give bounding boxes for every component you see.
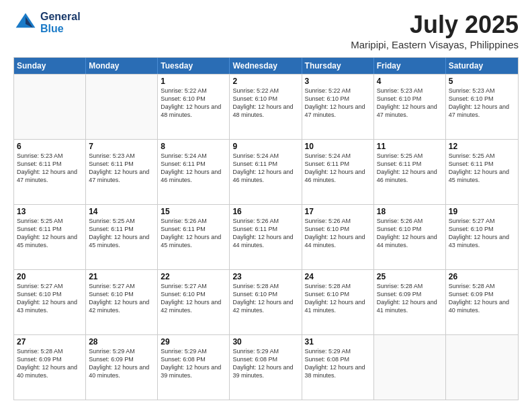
day-info: Sunrise: 5:24 AM Sunset: 6:11 PM Dayligh… xyxy=(305,152,371,185)
logo-text: General Blue xyxy=(40,11,81,34)
day-number: 21 xyxy=(89,272,154,281)
day-number: 10 xyxy=(305,142,371,151)
day-info: Sunrise: 5:27 AM Sunset: 6:10 PM Dayligh… xyxy=(449,217,515,250)
calendar-cell: 12Sunrise: 5:25 AM Sunset: 6:11 PM Dayli… xyxy=(446,140,518,204)
calendar-cell: 26Sunrise: 5:28 AM Sunset: 6:09 PM Dayli… xyxy=(446,270,518,334)
day-info: Sunrise: 5:25 AM Sunset: 6:11 PM Dayligh… xyxy=(449,152,515,185)
day-number: 20 xyxy=(17,272,83,281)
calendar-cell: 10Sunrise: 5:24 AM Sunset: 6:11 PM Dayli… xyxy=(302,140,374,204)
calendar-cell: 4Sunrise: 5:23 AM Sunset: 6:10 PM Daylig… xyxy=(374,75,446,139)
calendar-cell: 29Sunrise: 5:29 AM Sunset: 6:08 PM Dayli… xyxy=(158,335,230,400)
main-title: July 2025 xyxy=(351,11,519,39)
day-number: 12 xyxy=(449,142,515,151)
calendar: SundayMondayTuesdayWednesdayThursdayFrid… xyxy=(13,57,519,400)
day-number: 9 xyxy=(232,142,298,151)
day-info: Sunrise: 5:24 AM Sunset: 6:11 PM Dayligh… xyxy=(161,152,226,185)
day-number: 23 xyxy=(232,272,298,281)
day-info: Sunrise: 5:27 AM Sunset: 6:10 PM Dayligh… xyxy=(161,282,226,315)
day-info: Sunrise: 5:28 AM Sunset: 6:09 PM Dayligh… xyxy=(449,282,515,315)
weekday-header: Tuesday xyxy=(158,58,230,74)
calendar-cell: 17Sunrise: 5:26 AM Sunset: 6:10 PM Dayli… xyxy=(302,205,374,269)
day-info: Sunrise: 5:28 AM Sunset: 6:10 PM Dayligh… xyxy=(232,282,298,315)
weekday-header: Saturday xyxy=(446,58,518,74)
day-number: 26 xyxy=(449,272,515,281)
day-info: Sunrise: 5:29 AM Sunset: 6:08 PM Dayligh… xyxy=(232,347,298,380)
day-info: Sunrise: 5:23 AM Sunset: 6:11 PM Dayligh… xyxy=(89,152,154,185)
calendar-cell: 31Sunrise: 5:29 AM Sunset: 6:08 PM Dayli… xyxy=(302,335,374,400)
calendar-cell: 19Sunrise: 5:27 AM Sunset: 6:10 PM Dayli… xyxy=(446,205,518,269)
day-number: 6 xyxy=(17,142,83,151)
calendar-cell xyxy=(14,75,86,139)
calendar-cell: 24Sunrise: 5:28 AM Sunset: 6:10 PM Dayli… xyxy=(302,270,374,334)
day-number: 11 xyxy=(377,142,443,151)
calendar-cell: 9Sunrise: 5:24 AM Sunset: 6:11 PM Daylig… xyxy=(230,140,302,204)
calendar-cell: 20Sunrise: 5:27 AM Sunset: 6:10 PM Dayli… xyxy=(14,270,86,334)
logo-icon xyxy=(13,11,38,35)
day-number: 22 xyxy=(161,272,226,281)
day-info: Sunrise: 5:27 AM Sunset: 6:10 PM Dayligh… xyxy=(17,282,83,315)
calendar-cell: 7Sunrise: 5:23 AM Sunset: 6:11 PM Daylig… xyxy=(86,140,158,204)
logo: General Blue xyxy=(13,11,81,35)
header: General Blue July 2025 Maripipi, Eastern… xyxy=(13,11,519,50)
day-number: 7 xyxy=(89,142,154,151)
calendar-row: 6Sunrise: 5:23 AM Sunset: 6:11 PM Daylig… xyxy=(14,139,518,204)
day-number: 25 xyxy=(377,272,443,281)
calendar-cell xyxy=(86,75,158,139)
calendar-cell: 3Sunrise: 5:22 AM Sunset: 6:10 PM Daylig… xyxy=(302,75,374,139)
day-number: 24 xyxy=(305,272,371,281)
title-block: July 2025 Maripipi, Eastern Visayas, Phi… xyxy=(351,11,519,50)
calendar-cell: 5Sunrise: 5:23 AM Sunset: 6:10 PM Daylig… xyxy=(446,75,518,139)
calendar-cell: 28Sunrise: 5:29 AM Sunset: 6:09 PM Dayli… xyxy=(86,335,158,400)
day-info: Sunrise: 5:26 AM Sunset: 6:11 PM Dayligh… xyxy=(161,217,226,250)
day-info: Sunrise: 5:27 AM Sunset: 6:10 PM Dayligh… xyxy=(89,282,154,315)
calendar-body: 1Sunrise: 5:22 AM Sunset: 6:10 PM Daylig… xyxy=(14,74,518,400)
day-info: Sunrise: 5:26 AM Sunset: 6:10 PM Dayligh… xyxy=(377,217,443,250)
calendar-cell: 13Sunrise: 5:25 AM Sunset: 6:11 PM Dayli… xyxy=(14,205,86,269)
day-number: 31 xyxy=(305,337,371,347)
day-info: Sunrise: 5:22 AM Sunset: 6:10 PM Dayligh… xyxy=(305,87,371,120)
day-info: Sunrise: 5:28 AM Sunset: 6:10 PM Dayligh… xyxy=(305,282,371,315)
weekday-header: Monday xyxy=(86,58,158,74)
calendar-cell: 23Sunrise: 5:28 AM Sunset: 6:10 PM Dayli… xyxy=(230,270,302,334)
calendar-header: SundayMondayTuesdayWednesdayThursdayFrid… xyxy=(14,58,518,74)
day-info: Sunrise: 5:25 AM Sunset: 6:11 PM Dayligh… xyxy=(377,152,443,185)
day-info: Sunrise: 5:22 AM Sunset: 6:10 PM Dayligh… xyxy=(161,87,226,120)
day-info: Sunrise: 5:29 AM Sunset: 6:08 PM Dayligh… xyxy=(305,347,371,380)
day-info: Sunrise: 5:26 AM Sunset: 6:11 PM Dayligh… xyxy=(232,217,298,250)
calendar-row: 27Sunrise: 5:28 AM Sunset: 6:09 PM Dayli… xyxy=(14,334,518,400)
calendar-cell: 2Sunrise: 5:22 AM Sunset: 6:10 PM Daylig… xyxy=(230,75,302,139)
calendar-cell: 8Sunrise: 5:24 AM Sunset: 6:11 PM Daylig… xyxy=(158,140,230,204)
day-number: 30 xyxy=(232,337,298,347)
day-number: 18 xyxy=(377,207,443,216)
calendar-cell: 22Sunrise: 5:27 AM Sunset: 6:10 PM Dayli… xyxy=(158,270,230,334)
day-info: Sunrise: 5:26 AM Sunset: 6:10 PM Dayligh… xyxy=(305,217,371,250)
calendar-cell: 21Sunrise: 5:27 AM Sunset: 6:10 PM Dayli… xyxy=(86,270,158,334)
day-number: 27 xyxy=(17,337,83,347)
day-number: 15 xyxy=(161,207,226,216)
calendar-cell: 6Sunrise: 5:23 AM Sunset: 6:11 PM Daylig… xyxy=(14,140,86,204)
calendar-cell: 18Sunrise: 5:26 AM Sunset: 6:10 PM Dayli… xyxy=(374,205,446,269)
day-number: 16 xyxy=(232,207,298,216)
day-info: Sunrise: 5:29 AM Sunset: 6:08 PM Dayligh… xyxy=(161,347,226,380)
day-info: Sunrise: 5:23 AM Sunset: 6:10 PM Dayligh… xyxy=(449,87,515,120)
day-number: 29 xyxy=(161,337,226,347)
calendar-cell: 1Sunrise: 5:22 AM Sunset: 6:10 PM Daylig… xyxy=(158,75,230,139)
day-number: 19 xyxy=(449,207,515,216)
calendar-cell xyxy=(374,335,446,400)
calendar-row: 20Sunrise: 5:27 AM Sunset: 6:10 PM Dayli… xyxy=(14,269,518,334)
day-info: Sunrise: 5:25 AM Sunset: 6:11 PM Dayligh… xyxy=(89,217,154,250)
calendar-cell: 25Sunrise: 5:28 AM Sunset: 6:09 PM Dayli… xyxy=(374,270,446,334)
subtitle: Maripipi, Eastern Visayas, Philippines xyxy=(351,39,519,50)
weekday-header: Thursday xyxy=(302,58,374,74)
day-info: Sunrise: 5:28 AM Sunset: 6:09 PM Dayligh… xyxy=(17,347,83,380)
weekday-header: Wednesday xyxy=(230,58,302,74)
day-info: Sunrise: 5:23 AM Sunset: 6:11 PM Dayligh… xyxy=(17,152,83,185)
day-number: 8 xyxy=(161,142,226,151)
day-number: 1 xyxy=(161,77,226,86)
calendar-cell: 30Sunrise: 5:29 AM Sunset: 6:08 PM Dayli… xyxy=(230,335,302,400)
day-number: 14 xyxy=(89,207,154,216)
calendar-cell: 14Sunrise: 5:25 AM Sunset: 6:11 PM Dayli… xyxy=(86,205,158,269)
day-number: 5 xyxy=(449,77,515,86)
weekday-header: Friday xyxy=(374,58,446,74)
day-info: Sunrise: 5:25 AM Sunset: 6:11 PM Dayligh… xyxy=(17,217,83,250)
